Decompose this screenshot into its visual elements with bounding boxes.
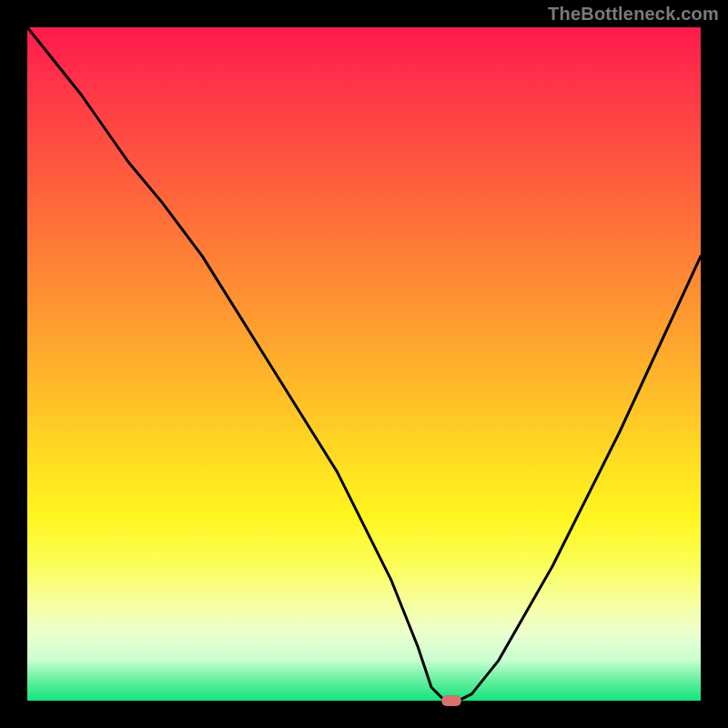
chart-frame: TheBottleneck.com [0, 0, 728, 728]
watermark-text: TheBottleneck.com [548, 4, 719, 25]
curve-path [27, 27, 701, 701]
plot-area [27, 27, 701, 701]
optimal-marker [441, 695, 461, 706]
bottleneck-curve [27, 27, 701, 701]
